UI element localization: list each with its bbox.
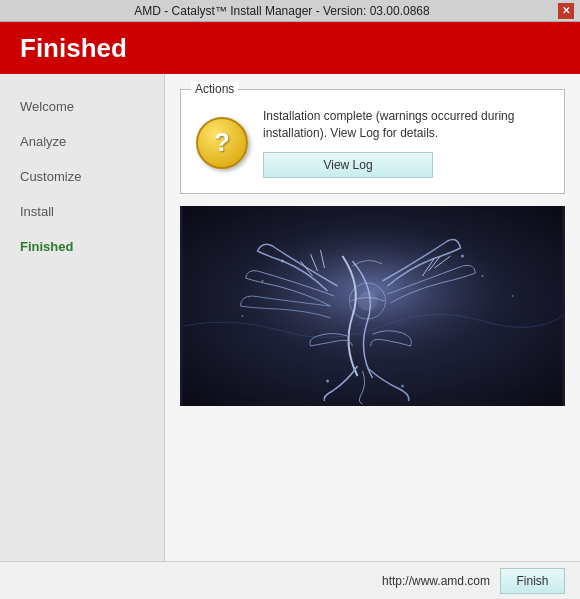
footer: http://www.amd.com Finish	[0, 561, 580, 599]
action-message: Installation complete (warnings occurred…	[263, 108, 549, 142]
svg-point-11	[512, 295, 514, 297]
sidebar-item-welcome[interactable]: Welcome	[0, 89, 164, 124]
sidebar-item-analyze[interactable]: Analyze	[0, 124, 164, 159]
close-button[interactable]: ✕	[558, 3, 574, 19]
amd-art-svg	[180, 206, 565, 406]
actions-box: Actions ? Installation complete (warning…	[180, 89, 565, 194]
finish-button[interactable]: Finish	[500, 568, 565, 594]
actions-right: Installation complete (warnings occurred…	[263, 108, 549, 178]
title-text: AMD - Catalyst™ Install Manager - Versio…	[6, 4, 558, 18]
header: Finished	[0, 22, 580, 74]
svg-point-6	[461, 254, 464, 257]
sidebar-item-finished[interactable]: Finished	[0, 229, 164, 264]
sidebar-item-customize[interactable]: Customize	[0, 159, 164, 194]
question-mark-icon: ?	[214, 127, 230, 158]
page-title: Finished	[20, 33, 127, 64]
actions-label: Actions	[191, 82, 238, 96]
sidebar: Welcome Analyze Customize Install Finish…	[0, 74, 165, 561]
warning-icon: ?	[196, 117, 248, 169]
decorative-image	[180, 206, 565, 406]
svg-point-3	[358, 291, 378, 311]
view-log-button[interactable]: View Log	[263, 152, 433, 178]
sidebar-item-install[interactable]: Install	[0, 194, 164, 229]
svg-point-5	[262, 280, 264, 282]
svg-point-9	[401, 384, 404, 387]
svg-point-8	[326, 379, 329, 382]
footer-url: http://www.amd.com	[382, 574, 490, 588]
svg-point-7	[482, 275, 484, 277]
svg-point-4	[281, 259, 284, 262]
title-bar: AMD - Catalyst™ Install Manager - Versio…	[0, 0, 580, 22]
main-content: Welcome Analyze Customize Install Finish…	[0, 74, 580, 561]
actions-inner: ? Installation complete (warnings occurr…	[196, 108, 549, 178]
svg-point-10	[242, 315, 244, 317]
content-area: Actions ? Installation complete (warning…	[165, 74, 580, 561]
